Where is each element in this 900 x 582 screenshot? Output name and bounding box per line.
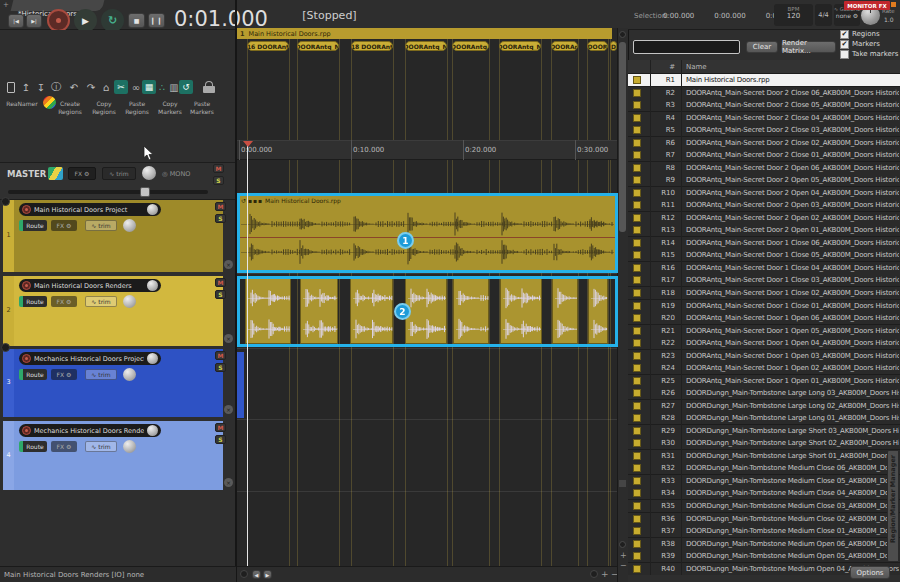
region-row-R21[interactable]: R21DOORAntq_Main-Secret Door 1 Open 05_A…	[628, 325, 900, 338]
track-trim-button[interactable]: ∿ trim	[85, 441, 117, 452]
region-row-R32[interactable]: R32DOORDungn_Main-Tombstone Medium Close…	[628, 462, 900, 475]
export-icon[interactable]: ↧	[34, 80, 48, 94]
region-pill[interactable]: DOORAntq_	[452, 41, 489, 51]
scroll-home-button[interactable]	[240, 570, 248, 578]
region-row-R33[interactable]: R33DOORDungn_Main-Tombstone Medium Close…	[628, 475, 900, 488]
checkbox-box[interactable]	[840, 50, 849, 59]
region-row-R29[interactable]: R29DOORDungn_Main-Tombstone Large Short …	[628, 425, 900, 438]
region-color-swatch[interactable]	[633, 439, 641, 447]
track-pan-knob[interactable]	[123, 295, 136, 308]
region-color-swatch[interactable]	[633, 327, 641, 335]
region-pill[interactable]: DOOR	[587, 41, 608, 51]
region-row-R1[interactable]: R1Main Historical Doors.rpp	[628, 74, 900, 87]
region-color-swatch[interactable]	[633, 339, 641, 347]
master-volume-knob[interactable]	[142, 166, 156, 180]
region-row-R18[interactable]: R18DOORAntq_Main-Secret Door 1 Close 02_…	[628, 287, 900, 300]
project-region-bar[interactable]: 1 Main Historical Doors.rpp	[237, 28, 612, 39]
edit-cursor-marker[interactable]	[243, 141, 253, 147]
region-pill[interactable]: 116 DOORAntq	[247, 41, 289, 51]
region-row-R26[interactable]: R26DOORDungn_Main-Tombstone Large Long 0…	[628, 387, 900, 400]
region-row-R22[interactable]: R22DOORAntq_Main-Secret Door 1 Open 04_A…	[628, 337, 900, 350]
track-group-collapse-1[interactable]	[1, 197, 10, 206]
column-number[interactable]: #	[642, 63, 675, 71]
region-row-R36[interactable]: R36DOORDungn_Main-Tombstone Medium Close…	[628, 513, 900, 526]
track-group-collapse-2[interactable]	[1, 343, 10, 352]
checkbox-box[interactable]: ✔	[840, 30, 849, 39]
track-volume-knob[interactable]	[147, 280, 158, 291]
region-color-swatch[interactable]	[633, 427, 641, 435]
gear-icon[interactable]: ⚙	[853, 12, 858, 19]
selection-value[interactable]: 0:00.000	[714, 12, 745, 20]
track-volume-knob[interactable]	[147, 204, 158, 215]
region-color-swatch[interactable]	[633, 89, 641, 97]
track-solo-button[interactable]: S	[215, 214, 226, 223]
track-solo-button[interactable]: S	[215, 290, 226, 299]
region-row-R25[interactable]: R25DOORAntq_Main-Secret Door 1 Open 01_A…	[628, 375, 900, 388]
region-color-swatch[interactable]	[633, 389, 641, 397]
track-pan-knob[interactable]	[123, 219, 136, 232]
paste-loop-icon[interactable]: ↺	[179, 80, 193, 94]
track-mute-button[interactable]: M	[215, 351, 226, 360]
track-record-arm-button[interactable]	[22, 281, 31, 290]
region-row-R9[interactable]: R9DOORAntq_Main-Secret Door 2 Open 05_AK…	[628, 174, 900, 187]
track-pan-knob[interactable]	[123, 440, 136, 453]
region-row-R16[interactable]: R16DOORAntq_Main-Secret Door 1 Close 04_…	[628, 262, 900, 275]
checkbox-markers[interactable]: ✔Markers	[840, 39, 900, 49]
track-volume-knob[interactable]	[147, 425, 158, 436]
track-record-arm-button[interactable]	[22, 426, 31, 435]
region-row-R12[interactable]: R12DOORAntq_Main-Secret Door 2 Open 02_A…	[628, 212, 900, 225]
play-button[interactable]: ▶	[74, 9, 97, 32]
region-row-R4[interactable]: R4DOORAntq_Main-Secret Door 2 Close 04_A…	[628, 112, 900, 125]
track-record-arm-button[interactable]	[22, 354, 31, 363]
go-to-end-button[interactable]: ▶|	[26, 14, 42, 28]
region-pill[interactable]: DOORAn	[551, 41, 578, 51]
hzoom-in-button[interactable]: +	[601, 569, 609, 579]
vzoom-in-button[interactable]: +	[620, 551, 627, 560]
manager-table-header[interactable]: # Name	[628, 60, 900, 74]
track-solo-button[interactable]: S	[215, 435, 226, 444]
region-row-R19[interactable]: R19DOORAntq_Main-Secret Door 1 Close 01_…	[628, 300, 900, 313]
region-row-R6[interactable]: R6DOORAntq_Main-Secret Door 2 Close 02_A…	[628, 137, 900, 150]
region-color-swatch[interactable]	[633, 76, 641, 84]
toolbar-button-create-regions[interactable]: Create Regions	[51, 100, 89, 115]
media-item-track3-sliver[interactable]	[237, 352, 244, 418]
track-header[interactable]: Main Historical Doors Project	[19, 203, 161, 216]
region-row-R3[interactable]: R3DOORAntq_Main-Secret Door 2 Close 05_A…	[628, 99, 900, 112]
region-row-R15[interactable]: R15DOORAntq_Main-Secret Door 1 Close 05_…	[628, 249, 900, 262]
region-color-swatch[interactable]	[633, 515, 641, 523]
track-fx-bypass-icon[interactable]: ×	[224, 334, 233, 343]
region-row-R28[interactable]: R28DOORDungn_Main-Tombstone Large Long 0…	[628, 412, 900, 425]
track-solo-button[interactable]: S	[215, 363, 226, 372]
track-fx-button[interactable]: FX ⚙	[51, 220, 77, 231]
track-route-button[interactable]: Route	[19, 441, 47, 452]
track-panel-2[interactable]: 2Main Historical Doors RendersRouteFX ⚙∿…	[3, 276, 234, 346]
region-color-swatch[interactable]	[633, 151, 641, 159]
region-row-R30[interactable]: R30DOORDungn_Main-Tombstone Large Short …	[628, 437, 900, 450]
region-color-swatch[interactable]	[633, 565, 641, 573]
new-project-tab-button[interactable]: +	[3, 1, 9, 9]
track-fx-button[interactable]: FX ⚙	[51, 441, 77, 452]
region-row-R11[interactable]: R11DOORAntq_Main-Secret Door 2 Open 03_A…	[628, 199, 900, 212]
column-name[interactable]: Name	[686, 63, 707, 71]
vzoom-out-button[interactable]: −	[620, 561, 627, 570]
region-color-swatch[interactable]	[633, 276, 641, 284]
dock-tab[interactable]: Region/Marker Manager	[887, 450, 899, 562]
master-fx-button[interactable]: FX ⚙	[68, 167, 96, 180]
scroll-right-button[interactable]: ▶	[263, 570, 272, 579]
region-row-R2[interactable]: R2DOORAntq_Main-Secret Door 2 Close 06_A…	[628, 87, 900, 100]
region-color-swatch[interactable]	[633, 226, 641, 234]
region-color-swatch[interactable]	[633, 452, 641, 460]
region-color-swatch[interactable]	[633, 126, 641, 134]
region-color-swatch[interactable]	[633, 377, 641, 385]
checkbox-regions[interactable]: ✔Regions	[840, 29, 900, 39]
selection-value[interactable]: 0:00.000	[663, 12, 694, 20]
region-row-R17[interactable]: R17DOORAntq_Main-Secret Door 1 Close 03_…	[628, 274, 900, 287]
master-pan-handle[interactable]	[140, 187, 150, 197]
rearename-label[interactable]: ReaNamer	[3, 100, 41, 108]
track-header[interactable]: Mechanics Historical Doors Renders	[19, 424, 161, 437]
region-color-swatch[interactable]	[633, 402, 641, 410]
region-color-swatch[interactable]	[633, 101, 641, 109]
region-color-swatch[interactable]	[633, 251, 641, 259]
region-row-R14[interactable]: R14DOORAntq_Main-Secret Door 1 Close 06_…	[628, 237, 900, 250]
vzoom-reset-button[interactable]	[619, 541, 626, 548]
